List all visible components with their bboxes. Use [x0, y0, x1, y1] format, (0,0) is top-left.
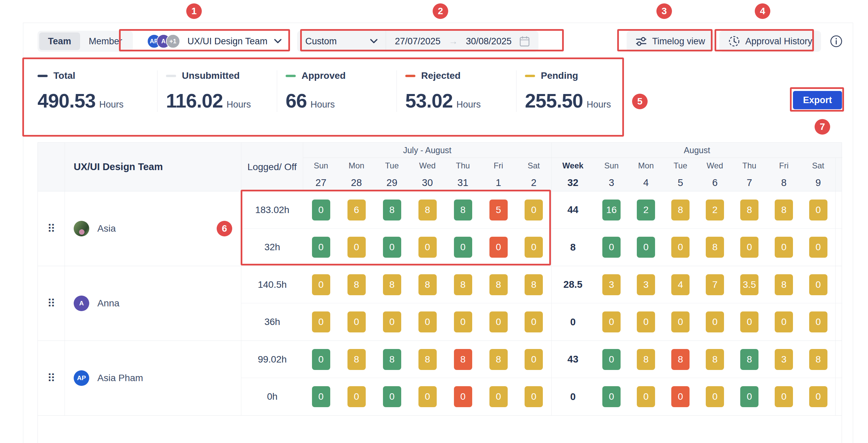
hour-chip[interactable]: 3	[775, 349, 793, 370]
hour-chip[interactable]: 0	[525, 386, 543, 407]
hour-chip[interactable]: 0	[525, 200, 543, 220]
hour-chip[interactable]: 8	[418, 200, 437, 220]
hour-chip[interactable]: 8	[706, 349, 724, 370]
hour-chip[interactable]: 0	[671, 311, 690, 332]
hour-chip[interactable]: 4	[671, 274, 690, 295]
hour-chip[interactable]: 0	[489, 386, 508, 407]
hour-chip[interactable]: 0	[454, 237, 472, 258]
hour-chip[interactable]: 5	[489, 200, 508, 220]
hour-chip[interactable]: 0	[418, 311, 437, 332]
hour-chip[interactable]: 8	[489, 274, 508, 295]
hour-chip[interactable]: 0	[525, 237, 543, 258]
hour-chip[interactable]: 8	[525, 274, 543, 295]
hour-chip[interactable]: 8	[383, 274, 401, 295]
hour-chip[interactable]: 8	[383, 200, 401, 220]
hour-chip[interactable]: 0	[525, 349, 543, 370]
hour-chip[interactable]: 8	[489, 349, 508, 370]
hour-chip[interactable]: 0	[312, 386, 330, 407]
approval-history-button[interactable]: Approval History	[719, 31, 821, 52]
hour-chip[interactable]: 0	[383, 386, 401, 407]
range-type-dropdown[interactable]: Custom	[297, 31, 386, 52]
hour-chip[interactable]: 0	[671, 386, 690, 407]
hour-chip[interactable]: 3	[602, 274, 621, 295]
hour-chip[interactable]: 8	[347, 349, 366, 370]
timelog-view-button[interactable]: Timelog view	[627, 31, 714, 52]
hour-chip[interactable]: 0	[637, 237, 655, 258]
day-cell: 0	[594, 341, 629, 378]
hour-chip[interactable]: 0	[775, 237, 793, 258]
hour-chip[interactable]: 0	[602, 386, 621, 407]
hour-chip[interactable]: 0	[312, 311, 330, 332]
hour-chip[interactable]: 0	[637, 386, 655, 407]
summary-stat: Rejected53.02Hours	[396, 70, 516, 112]
date-range-picker[interactable]: 27/07/2025 → 30/08/2025	[386, 31, 538, 52]
drag-handle[interactable]: ⠿	[38, 266, 65, 341]
hour-chip[interactable]: 8	[809, 349, 827, 370]
hour-chip[interactable]: 0	[602, 237, 621, 258]
hour-chip[interactable]: 8	[637, 349, 655, 370]
hour-chip[interactable]: 0	[312, 274, 330, 295]
hour-chip[interactable]: 7	[706, 274, 724, 295]
hour-chip[interactable]: 0	[489, 311, 508, 332]
hour-chip[interactable]: 0	[637, 311, 655, 332]
hour-chip[interactable]: 0	[312, 200, 330, 220]
drag-handle[interactable]: ⠿	[38, 341, 65, 415]
hour-chip[interactable]: 8	[775, 200, 793, 220]
hour-chip[interactable]: 0	[740, 311, 758, 332]
hour-chip[interactable]: 2	[706, 200, 724, 220]
hour-chip[interactable]: 0	[706, 311, 724, 332]
hour-chip[interactable]: 0	[454, 386, 472, 407]
hour-chip[interactable]: 0	[775, 311, 793, 332]
hour-chip[interactable]: 0	[809, 237, 827, 258]
hour-chip[interactable]: 8	[775, 274, 793, 295]
hour-chip[interactable]: 3.5	[740, 274, 758, 295]
hour-chip[interactable]: 0	[740, 386, 758, 407]
hour-chip[interactable]: 8	[418, 349, 437, 370]
hour-chip[interactable]: 0	[418, 386, 437, 407]
hour-chip[interactable]: 8	[454, 274, 472, 295]
hour-chip[interactable]: 2	[637, 200, 655, 220]
hour-chip[interactable]: 0	[809, 311, 827, 332]
hour-chip[interactable]: 6	[347, 200, 366, 220]
hour-chip[interactable]: 0	[602, 311, 621, 332]
hour-chip[interactable]: 8	[706, 237, 724, 258]
hour-chip[interactable]: 8	[740, 349, 758, 370]
hour-chip[interactable]: 0	[454, 311, 472, 332]
hour-chip[interactable]: 0	[347, 311, 366, 332]
tab-member[interactable]: Member	[80, 32, 131, 50]
hour-chip[interactable]: 8	[671, 349, 690, 370]
hour-chip[interactable]: 0	[706, 386, 724, 407]
hour-chip[interactable]: 0	[312, 237, 330, 258]
hour-chip[interactable]: 0	[418, 237, 437, 258]
hour-chip[interactable]: 0	[809, 200, 827, 220]
hour-chip[interactable]: 0	[671, 237, 690, 258]
hour-chip[interactable]: 3	[637, 274, 655, 295]
hour-chip[interactable]: 0	[312, 349, 330, 370]
drag-handle[interactable]: ⠿	[38, 191, 65, 266]
day-cell: 0	[516, 229, 552, 266]
export-button[interactable]: Export	[793, 91, 842, 109]
hour-chip[interactable]: 0	[602, 349, 621, 370]
hour-chip[interactable]: 0	[383, 311, 401, 332]
hour-chip[interactable]: 8	[347, 274, 366, 295]
hour-chip[interactable]: 0	[525, 311, 543, 332]
tab-team[interactable]: Team	[39, 32, 80, 50]
hour-chip[interactable]: 0	[489, 237, 508, 258]
hour-chip[interactable]: 8	[383, 349, 401, 370]
hour-chip[interactable]: 8	[454, 200, 472, 220]
team-selector-dropdown[interactable]: APA+1 UX/UI Design Team	[144, 31, 285, 52]
hour-chip[interactable]: 0	[347, 237, 366, 258]
hour-chip[interactable]: 0	[809, 386, 827, 407]
hour-chip[interactable]: 0	[809, 274, 827, 295]
info-icon[interactable]	[830, 35, 843, 48]
hour-chip[interactable]: 8	[418, 274, 437, 295]
hour-chip[interactable]: 8	[740, 200, 758, 220]
day-cell: 8	[516, 266, 552, 303]
hour-chip[interactable]: 8	[454, 349, 472, 370]
hour-chip[interactable]: 0	[347, 386, 366, 407]
hour-chip[interactable]: 0	[740, 237, 758, 258]
hour-chip[interactable]: 0	[775, 386, 793, 407]
hour-chip[interactable]: 8	[671, 200, 690, 220]
hour-chip[interactable]: 16	[602, 200, 621, 220]
hour-chip[interactable]: 0	[383, 237, 401, 258]
